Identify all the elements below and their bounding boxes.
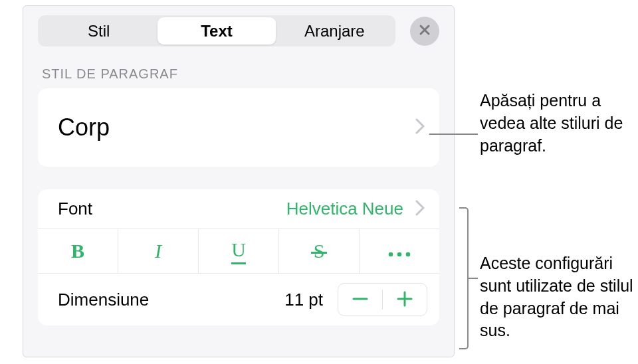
underline-icon: U xyxy=(231,238,246,264)
paragraph-style-card: Corp xyxy=(38,88,439,167)
tab-text[interactable]: Text xyxy=(158,17,275,45)
svg-point-1 xyxy=(397,252,402,257)
strikethrough-icon: S xyxy=(314,240,325,262)
callout-bracket xyxy=(459,207,469,349)
svg-point-0 xyxy=(389,252,393,257)
tab-style[interactable]: Stil xyxy=(40,17,158,45)
size-increase-button[interactable] xyxy=(383,283,427,316)
svg-point-2 xyxy=(406,252,411,257)
format-panel: Stil Text Aranjare STIL DE PARAGRAF Corp… xyxy=(23,5,455,357)
font-value: Helvetica Neue xyxy=(286,199,403,219)
callout-font-settings: Aceste configurări sunt utilizate de sti… xyxy=(480,252,634,342)
minus-icon xyxy=(352,287,369,313)
italic-button[interactable]: I xyxy=(118,229,199,273)
plus-icon xyxy=(396,287,413,313)
more-icon xyxy=(387,240,411,262)
font-block: Font Helvetica Neue B I U S xyxy=(38,189,439,325)
callout-line xyxy=(429,134,478,135)
paragraph-style-selector[interactable]: Corp xyxy=(38,88,439,167)
paragraph-style-name: Corp xyxy=(58,114,110,141)
more-options-button[interactable] xyxy=(360,229,439,273)
close-button[interactable] xyxy=(410,17,439,46)
font-style-buttons: B I U S xyxy=(38,228,439,274)
bold-button[interactable]: B xyxy=(38,229,118,273)
segmented-control: Stil Text Aranjare xyxy=(38,15,395,46)
size-decrease-button[interactable] xyxy=(338,283,382,316)
size-row: Dimensiune 11 pt xyxy=(38,274,439,325)
topbar: Stil Text Aranjare xyxy=(23,6,454,53)
callout-bracket-stem xyxy=(469,278,478,279)
size-value: 11 pt xyxy=(284,290,323,310)
chevron-right-icon xyxy=(415,200,425,219)
close-icon xyxy=(418,23,431,39)
callout-paragraph-style: Apăsați pentru a vedea alte stiluri de p… xyxy=(480,90,629,157)
size-label: Dimensiune xyxy=(58,290,284,310)
underline-button[interactable]: U xyxy=(199,229,279,273)
font-selector[interactable]: Font Helvetica Neue xyxy=(38,189,439,228)
chevron-right-icon xyxy=(415,118,425,137)
strikethrough-button[interactable]: S xyxy=(279,229,360,273)
font-label: Font xyxy=(58,199,92,219)
paragraph-style-header: STIL DE PARAGRAF xyxy=(23,53,454,88)
tab-arrange[interactable]: Aranjare xyxy=(276,17,393,45)
size-stepper xyxy=(338,283,427,316)
